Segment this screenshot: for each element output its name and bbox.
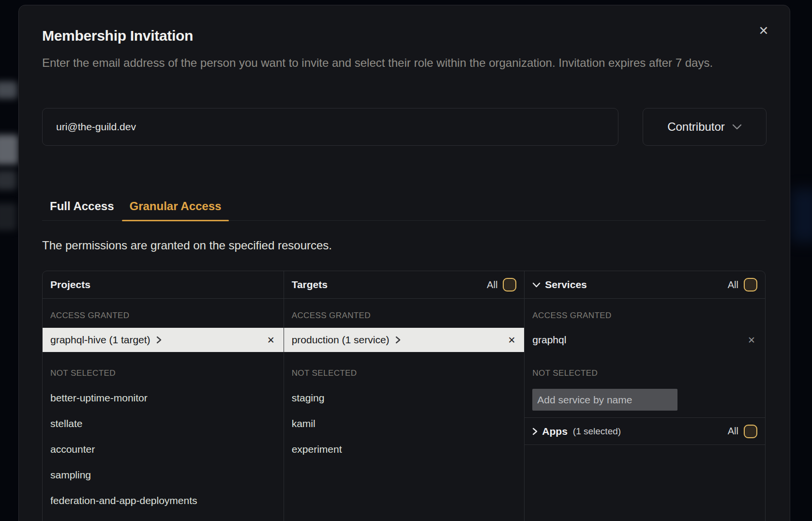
- add-service-input[interactable]: [532, 389, 677, 411]
- dialog-title: Membership Invitation: [42, 28, 193, 44]
- services-all-label: All: [728, 279, 738, 291]
- services-all-checkbox[interactable]: [744, 278, 757, 291]
- services-list: ACCESS GRANTED graphql ✕ NOT SELECTED Ap…: [525, 299, 765, 521]
- resource-selector: Projects ACCESS GRANTED graphql-hive (1 …: [42, 271, 766, 521]
- remove-project-button[interactable]: ✕: [267, 336, 275, 345]
- services-column: Services All ACCESS GRANTED graphql ✕ NO…: [524, 271, 765, 521]
- target-item[interactable]: experiment: [292, 442, 517, 457]
- granted-service-row: graphql ✕: [525, 328, 765, 352]
- project-item[interactable]: accounter: [50, 442, 276, 457]
- permissions-hint: The permissions are granted on the speci…: [42, 239, 332, 252]
- role-select[interactable]: Contributor: [643, 108, 767, 146]
- access-granted-label: ACCESS GRANTED: [292, 308, 371, 323]
- dialog-description: Enter the email address of the person yo…: [42, 54, 772, 72]
- background-blur-fragment: [0, 81, 17, 99]
- targets-list: ACCESS GRANTED production (1 service) ✕ …: [284, 299, 525, 521]
- targets-all-label: All: [487, 279, 497, 291]
- targets-column: Targets All ACCESS GRANTED production (1…: [284, 271, 525, 521]
- project-item[interactable]: federation-and-app-deployments: [50, 493, 276, 508]
- chevron-right-icon: [395, 336, 401, 344]
- apps-all-label: All: [728, 426, 738, 437]
- projects-header: Projects: [43, 271, 284, 299]
- apps-all-checkbox[interactable]: [744, 425, 757, 438]
- apps-selected-count: (1 selected): [573, 426, 621, 437]
- project-item[interactable]: better-uptime-monitor: [50, 391, 276, 405]
- background-blur-fragment: [0, 203, 16, 230]
- granted-service-name: graphql: [532, 334, 566, 346]
- projects-header-label: Projects: [50, 279, 90, 291]
- access-granted-label: ACCESS GRANTED: [532, 308, 611, 323]
- background-glow: [791, 189, 812, 242]
- membership-invitation-dialog: ✕ Membership Invitation Enter the email …: [18, 5, 790, 521]
- remove-icon: ✕: [748, 335, 755, 345]
- chevron-right-icon: [532, 428, 538, 435]
- access-granted-label: ACCESS GRANTED: [50, 308, 129, 323]
- not-selected-label: NOT SELECTED: [50, 366, 116, 381]
- role-select-value: Contributor: [667, 120, 725, 134]
- selected-project-name: graphql-hive (1 target): [50, 334, 150, 346]
- target-item[interactable]: kamil: [292, 416, 517, 431]
- services-header-label: Services: [545, 279, 586, 291]
- selected-project-row[interactable]: graphql-hive (1 target) ✕: [43, 328, 284, 352]
- selected-target-row[interactable]: production (1 service) ✕: [284, 328, 525, 352]
- background-blur-fragment: [0, 170, 16, 190]
- close-icon: ✕: [759, 24, 769, 38]
- remove-icon: ✕: [508, 335, 515, 345]
- chevron-down-icon: [532, 282, 541, 288]
- apps-label: Apps: [542, 426, 568, 437]
- close-button[interactable]: ✕: [755, 22, 772, 39]
- apps-all-group: All: [728, 425, 757, 438]
- not-selected-label: NOT SELECTED: [292, 366, 357, 381]
- tab-full-access[interactable]: Full Access: [42, 199, 122, 220]
- targets-all-checkbox[interactable]: [503, 278, 516, 291]
- targets-header: Targets All: [284, 271, 525, 299]
- tab-granular-access[interactable]: Granular Access: [122, 199, 229, 220]
- not-selected-label: NOT SELECTED: [532, 366, 598, 381]
- projects-column: Projects ACCESS GRANTED graphql-hive (1 …: [43, 271, 284, 521]
- apps-section-toggle[interactable]: Apps (1 selected) All: [525, 417, 765, 445]
- chevron-down-icon: [732, 124, 742, 130]
- chevron-right-icon: [156, 336, 162, 344]
- projects-list: ACCESS GRANTED graphql-hive (1 target) ✕…: [43, 299, 284, 521]
- services-all-group: All: [728, 278, 757, 291]
- targets-header-label: Targets: [292, 279, 328, 291]
- remove-target-button[interactable]: ✕: [508, 336, 515, 345]
- services-header[interactable]: Services All: [525, 271, 765, 299]
- project-item[interactable]: sampling: [50, 468, 276, 482]
- remove-service-button[interactable]: ✕: [748, 336, 755, 345]
- targets-all-group: All: [487, 278, 516, 291]
- access-tabs: Full Access Granular Access: [42, 199, 766, 221]
- remove-icon: ✕: [267, 335, 275, 345]
- target-item[interactable]: staging: [292, 391, 517, 405]
- invite-email-input[interactable]: [42, 108, 618, 146]
- selected-target-name: production (1 service): [292, 334, 390, 346]
- project-item[interactable]: stellate: [50, 416, 276, 431]
- background-blur-fragment: [0, 135, 18, 165]
